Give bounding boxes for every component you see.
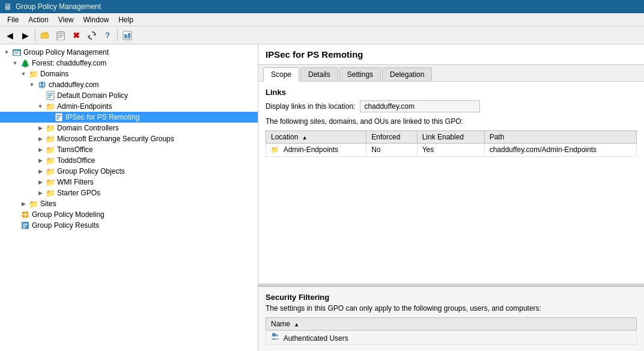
forest-label: Forest: chadduffey.com [32, 59, 106, 67]
tree-starter-gpos[interactable]: ▶ 📁 Starter GPOs [0, 188, 258, 198]
main-container: ▼ Group Policy Management ▼ 🌲 Forest: ch… [0, 44, 644, 351]
col-path[interactable]: Path [484, 131, 636, 144]
help-button[interactable]: ? [100, 28, 115, 43]
menubar: File Action View Window Help [0, 13, 644, 26]
cell-enforced: No [366, 144, 417, 157]
app-title: Group Policy Management [16, 2, 101, 11]
tree-domains[interactable]: ▼ 📁 Domains [0, 69, 258, 79]
properties-button[interactable] [53, 28, 68, 43]
open-button[interactable] [38, 28, 52, 43]
toggle-admin-endpoints[interactable]: ▼ [36, 102, 44, 111]
detail-title: IPSec for PS Remoting [258, 44, 644, 65]
toolbar: ◀ ▶ ✖ ? [0, 26, 644, 44]
tree-domain[interactable]: ▼ chadduffey.com [0, 79, 258, 90]
forest-icon: 🌲 [20, 58, 30, 68]
cell-user-name: Authenticated Users [266, 331, 637, 345]
toggle-domain[interactable]: ▼ [28, 81, 36, 89]
svg-rect-16 [15, 53, 17, 54]
tree-wmi[interactable]: ▶ 📁 WMI Filters [0, 177, 258, 188]
tab-bar: Scope Details Settings Delegation [258, 65, 644, 82]
tree-gpr[interactable]: Group Policy Results [0, 220, 258, 231]
tab-settings[interactable]: Settings [339, 67, 381, 81]
toggle-gpm [11, 210, 19, 219]
toggle-domain-controllers[interactable]: ▶ [36, 124, 44, 132]
menu-view[interactable]: View [53, 14, 79, 25]
tree-gpm[interactable]: Group Policy Modeling [0, 209, 258, 220]
menu-window[interactable]: Window [79, 14, 114, 25]
todds-label: ToddsOffice [57, 156, 95, 165]
app-icon: 🖥 [4, 2, 12, 11]
security-title: Security Filtering [266, 293, 637, 302]
ipsec-icon [54, 112, 64, 122]
dc-icon: 📁 [46, 123, 55, 133]
toggle-gpo[interactable]: ▶ [36, 167, 44, 176]
toggle-root[interactable]: ▼ [2, 48, 11, 56]
tree-root[interactable]: ▼ Group Policy Management [0, 47, 258, 58]
toggle-domains[interactable]: ▼ [19, 70, 28, 78]
links-table: Location ▲ Enforced Link Enabled Path [266, 130, 637, 157]
domains-icon: 📁 [29, 69, 38, 79]
svg-rect-12 [126, 35, 129, 38]
toggle-starter[interactable]: ▶ [36, 189, 44, 197]
col-link-enabled[interactable]: Link Enabled [417, 131, 484, 144]
tree-tams-office[interactable]: ▶ 📁 TamsOffice [0, 144, 258, 155]
table-row[interactable]: 📁 Admin-Endpoints No Yes chadduffey.com/… [266, 144, 637, 157]
display-links-value: chadduffey.com [360, 100, 480, 112]
domain-icon [37, 80, 47, 90]
domain-label: chadduffey.com [49, 81, 99, 89]
menu-file[interactable]: File [2, 14, 23, 25]
toolbar-separator-2 [117, 29, 118, 41]
tree-sites[interactable]: ▶ 📁 Sites [0, 198, 258, 209]
back-button[interactable]: ◀ [2, 28, 17, 43]
gpr-label: Group Policy Results [32, 221, 99, 230]
wmi-label: WMI Filters [57, 178, 94, 186]
ms-exchange-label: Microsoft Exchange Security Groups [57, 135, 174, 143]
cell-location: 📁 Admin-Endpoints [266, 144, 366, 157]
col-name[interactable]: Name ▲ [266, 318, 637, 331]
cell-link-enabled: Yes [417, 144, 484, 157]
tab-delegation[interactable]: Delegation [382, 67, 432, 81]
gpr-icon [20, 221, 30, 230]
tab-content-scope: Links Display links in this location: ch… [258, 82, 644, 284]
tree-admin-endpoints[interactable]: ▼ 📁 Admin-Endpoints [0, 101, 258, 112]
tree-ipsec[interactable]: IPSec for PS Remoting [0, 112, 258, 123]
tree-forest[interactable]: ▼ 🌲 Forest: chadduffey.com [0, 58, 258, 69]
tree-gpo[interactable]: ▶ 📁 Group Policy Objects [0, 166, 258, 177]
tree-ms-exchange[interactable]: ▶ 📁 Microsoft Exchange Security Groups [0, 133, 258, 144]
gpm-icon [20, 210, 30, 219]
col-location[interactable]: Location ▲ [266, 131, 366, 144]
root-icon [12, 47, 22, 57]
tree-default-policy[interactable]: Default Domain Policy [0, 90, 258, 101]
todds-icon: 📁 [46, 156, 55, 165]
delete-button[interactable]: ✖ [69, 28, 84, 43]
tams-icon: 📁 [46, 145, 55, 154]
refresh-button[interactable] [85, 28, 99, 43]
toggle-tams[interactable]: ▶ [36, 145, 44, 154]
menu-help[interactable]: Help [114, 14, 138, 25]
default-policy-icon [46, 91, 55, 100]
toggle-gpr [11, 221, 19, 230]
svg-rect-15 [15, 52, 19, 53]
toggle-forest[interactable]: ▼ [11, 59, 19, 67]
root-label: Group Policy Management [23, 48, 109, 56]
forward-button[interactable]: ▶ [18, 28, 32, 43]
menu-action[interactable]: Action [23, 14, 53, 25]
cell-path: chadduffey.com/Admin-Endpoints [484, 144, 636, 157]
col-enforced[interactable]: Enforced [366, 131, 417, 144]
gpo-folder-icon: 📁 [46, 166, 55, 176]
tree-todds-office[interactable]: ▶ 📁 ToddsOffice [0, 155, 258, 166]
toggle-sites[interactable]: ▶ [19, 200, 28, 208]
toggle-wmi[interactable]: ▶ [36, 178, 44, 186]
tab-scope[interactable]: Scope [263, 67, 299, 82]
tab-details[interactable]: Details [300, 67, 338, 81]
toggle-ms-exchange[interactable]: ▶ [36, 135, 44, 143]
export-button[interactable] [120, 28, 135, 43]
toggle-todds[interactable]: ▶ [36, 156, 44, 165]
sites-icon: 📁 [29, 199, 38, 209]
security-table: Name ▲ Authenticated Users [266, 317, 637, 345]
gpm-label: Group Policy Modeling [32, 210, 105, 219]
tree-domain-controllers[interactable]: ▶ 📁 Domain Controllers [0, 123, 258, 133]
svg-rect-3 [57, 32, 64, 40]
sort-arrow-location: ▲ [302, 135, 308, 141]
security-row[interactable]: Authenticated Users [266, 331, 637, 345]
